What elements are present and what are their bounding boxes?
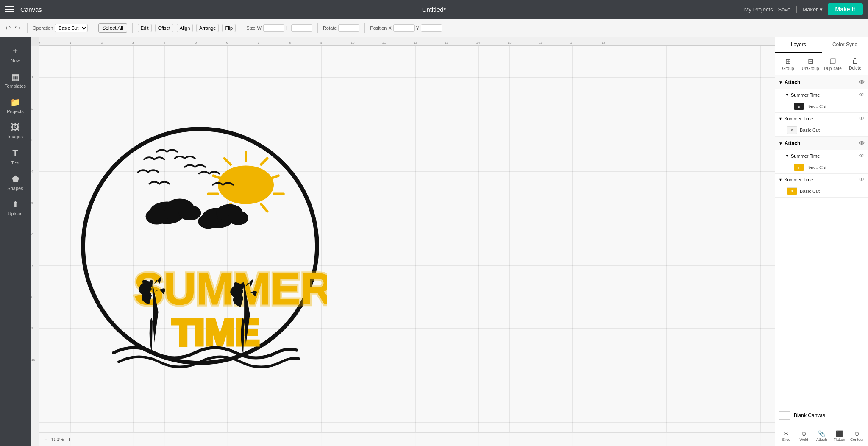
zoom-out-button[interactable]: − <box>44 436 47 443</box>
chevron-down-icon: ▼ <box>779 141 783 146</box>
group-button[interactable]: ⊞ Group <box>778 56 798 72</box>
sidebar-item-text[interactable]: T Text <box>0 143 31 170</box>
delete-button[interactable]: 🗑 Delete <box>845 56 865 72</box>
sidebar-item-shapes-label: Shapes <box>7 186 23 191</box>
summer-time-header-3[interactable]: ▼ Summer Time 👁 <box>782 150 868 162</box>
slice-button[interactable]: ✂ Slice <box>778 429 795 443</box>
duplicate-icon: ❐ <box>830 57 836 65</box>
visibility-toggle-3[interactable]: 👁 <box>859 140 865 147</box>
shapes-icon: ⬟ <box>12 174 19 184</box>
zoom-in-button[interactable]: + <box>67 436 71 443</box>
make-it-button[interactable]: Make It <box>828 3 863 15</box>
operation-select[interactable]: Basic Cut <box>55 24 88 32</box>
svg-point-18 <box>198 215 218 229</box>
attach-header-1[interactable]: ▼ Attach 👁 <box>775 75 868 89</box>
summer-time-header-2[interactable]: ▼ Summer Time 👁 <box>775 113 868 124</box>
blank-canvas-row[interactable]: Blank Canvas <box>779 409 865 422</box>
attach-header-2[interactable]: ▼ Attach 👁 <box>775 137 868 150</box>
visibility-toggle-4[interactable]: 👁 <box>859 176 865 183</box>
sidebar-item-shapes[interactable]: ⬟ Shapes <box>0 170 31 195</box>
layer-group-attach-1: ▼ Attach 👁 ▼ Summer Time 👁 S Basic Cut <box>775 75 868 113</box>
my-projects-button[interactable]: My Projects <box>744 6 773 13</box>
redo-button[interactable]: ↪ <box>13 23 22 33</box>
projects-icon: 📁 <box>10 97 21 107</box>
chevron-down-icon: ▼ <box>779 178 782 182</box>
visibility-toggle-1[interactable]: 👁 <box>859 79 865 86</box>
sidebar-item-images[interactable]: 🖼 Images <box>0 118 31 143</box>
ruler-vertical: 1 2 3 4 5 6 7 8 9 10 <box>31 46 39 446</box>
weld-icon: ⊕ <box>801 430 807 437</box>
attach-label-1: Attach <box>785 79 859 85</box>
layer-thumbnail: S <box>794 103 804 110</box>
zoom-level: 100% <box>51 437 64 443</box>
attach-label-2: Attach <box>785 140 859 146</box>
hamburger-menu[interactable] <box>5 6 14 12</box>
width-input[interactable] <box>263 24 284 32</box>
visibility-toggle-sub-1[interactable]: 👁 <box>859 92 865 98</box>
chevron-down-icon: ▼ <box>785 93 789 97</box>
width-label: W <box>257 25 262 31</box>
duplicate-button[interactable]: ❐ Duplicate <box>823 56 843 72</box>
divider: | <box>796 6 797 13</box>
svg-point-14 <box>146 208 168 224</box>
canvas-area[interactable]: 0 1 2 3 4 5 6 7 8 9 10 11 12 13 14 15 16… <box>31 37 775 446</box>
summer-time-header-1[interactable]: ▼ Summer Time 👁 <box>782 89 868 100</box>
x-input[interactable] <box>393 24 415 32</box>
layer-item-name: Basic Cut <box>800 189 865 194</box>
sidebar-item-templates[interactable]: ▦ Templates <box>0 67 31 93</box>
list-item[interactable]: S Basic Cut <box>775 185 868 197</box>
sidebar-item-upload[interactable]: ⬆ Upload <box>0 195 31 220</box>
align-button[interactable]: Align <box>177 24 193 32</box>
svg-point-13 <box>179 205 201 220</box>
design-svg[interactable]: SUMMER SUMMER TIME TIME <box>73 119 327 373</box>
attach-button[interactable]: 📎 Attach <box>813 429 830 443</box>
y-label: Y <box>416 25 419 31</box>
select-all-button[interactable]: Select All <box>98 23 127 33</box>
arrange-button[interactable]: Arrange <box>196 24 219 32</box>
layer-sub-title-2: Summer Time <box>784 116 859 121</box>
flip-button[interactable]: Flip <box>222 24 236 32</box>
bottom-bar: − 100% + <box>39 432 775 446</box>
x-label: X <box>388 25 391 31</box>
undo-button[interactable]: ↩ <box>3 23 12 33</box>
templates-icon: ▦ <box>11 72 19 82</box>
visibility-toggle-sub-3[interactable]: 👁 <box>859 153 865 159</box>
list-item[interactable]: S Basic Cut <box>782 100 868 112</box>
operation-label: Operation <box>33 25 53 31</box>
layer-sub-1: ▼ Summer Time 👁 S Basic Cut <box>775 89 868 112</box>
list-item[interactable]: ↺ Basic Cut <box>775 124 868 136</box>
ungroup-button[interactable]: ⊟ UnGroup <box>800 56 821 72</box>
layer-sub-2: ▼ Summer Time 👁 T Basic Cut <box>775 150 868 173</box>
visibility-toggle-2[interactable]: 👁 <box>859 115 865 122</box>
weld-button[interactable]: ⊕ Weld <box>796 429 812 443</box>
tab-color-sync[interactable]: Color Sync <box>822 37 868 53</box>
ungroup-icon: ⊟ <box>808 57 813 65</box>
svg-line-4 <box>213 176 222 178</box>
delete-icon: 🗑 <box>852 57 859 65</box>
sidebar-item-projects[interactable]: 📁 Projects <box>0 93 31 118</box>
y-input[interactable] <box>421 24 442 32</box>
flatten-button[interactable]: ⬛ Flatten <box>831 429 848 443</box>
offset-button[interactable]: Offset <box>155 24 173 32</box>
slice-icon: ✂ <box>784 430 789 437</box>
blank-canvas-thumbnail <box>779 411 790 420</box>
height-input[interactable] <box>291 24 312 32</box>
layer-sub-title-3: Summer Time <box>791 153 859 159</box>
layer-group-summer-4: ▼ Summer Time 👁 S Basic Cut <box>775 174 868 198</box>
svg-line-10 <box>261 204 267 212</box>
save-button[interactable]: Save <box>778 6 791 13</box>
layer-item-name: Basic Cut <box>800 128 865 133</box>
list-item[interactable]: T Basic Cut <box>782 162 868 173</box>
maker-button[interactable]: Maker ▾ <box>802 6 822 13</box>
summer-time-header-4[interactable]: ▼ Summer Time 👁 <box>775 174 868 185</box>
sidebar-item-new[interactable]: ＋ New <box>0 41 31 67</box>
edit-button[interactable]: Edit <box>138 24 152 32</box>
rotate-input[interactable] <box>338 24 359 32</box>
svg-point-17 <box>228 211 248 225</box>
contour-button[interactable]: ⊙ Contour <box>849 429 865 443</box>
sidebar-item-text-label: Text <box>11 160 19 165</box>
tab-layers[interactable]: Layers <box>775 37 822 53</box>
sidebar-item-templates-label: Templates <box>5 84 26 89</box>
topbar: Canvas Untitled* My Projects Save | Make… <box>0 0 868 19</box>
attach-icon: 📎 <box>818 430 825 437</box>
